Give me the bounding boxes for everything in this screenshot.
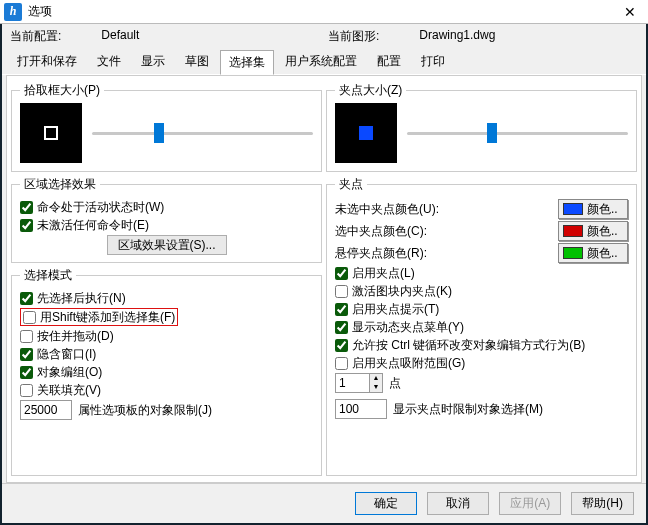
chk-no-cmd-label: 未激活任何命令时(E) [37,217,149,233]
chk-grip-tips-label: 启用夹点提示(T) [352,301,439,317]
limit-input[interactable] [20,400,72,420]
tab-draft[interactable]: 草图 [176,49,218,74]
grip-limit-label: 显示夹点时限制对象选择(M) [393,401,543,418]
limit-label: 属性选项板的对象限制(J) [78,402,212,419]
color-btn-text1: 颜色.. [587,201,618,218]
grip-section-legend: 夹点 [335,176,367,193]
chk-select-first[interactable] [20,292,33,305]
chk-press-drag[interactable] [20,330,33,343]
chk-obj-group[interactable] [20,366,33,379]
snap-range-input[interactable] [335,373,369,393]
chk-implied-win-label: 隐含窗口(I) [37,346,96,362]
gripsize-preview [335,103,397,163]
current-drawing-label: 当前图形: [328,28,379,45]
app-icon: h [4,3,22,21]
chk-shift-add-label: 用Shift键添加到选择集(F) [40,309,175,325]
tab-print[interactable]: 打印 [412,49,454,74]
unsel-color-label: 未选中夹点颜色(U): [335,201,552,218]
chk-assoc-fill[interactable] [20,384,33,397]
help-button[interactable]: 帮助(H) [571,492,634,515]
chk-enable-grips[interactable] [335,267,348,280]
chk-implied-win[interactable] [20,348,33,361]
tab-selection[interactable]: 选择集 [220,50,274,75]
chk-shift-add[interactable] [23,311,36,324]
window-title: 选项 [28,3,52,20]
spin-up[interactable]: ▲ [370,374,382,383]
cancel-button[interactable]: 取消 [427,492,489,515]
ok-button[interactable]: 确定 [355,492,417,515]
grip-limit-input[interactable] [335,399,387,419]
chk-ctrl-cycle[interactable] [335,339,348,352]
chk-press-drag-label: 按住并拖动(D) [37,328,114,344]
snap-range-unit: 点 [389,375,401,392]
chk-grip-snap-label: 启用夹点吸附范围(G) [352,355,465,371]
chk-no-cmd[interactable] [20,219,33,232]
chk-select-first-label: 先选择后执行(N) [37,290,126,306]
chk-block-grips-label: 激活图块内夹点(K) [352,283,452,299]
chk-block-grips[interactable] [335,285,348,298]
current-config-label: 当前配置: [10,28,61,45]
gripsize-slider[interactable] [407,123,628,143]
tab-config[interactable]: 配置 [368,49,410,74]
hover-color-button[interactable]: 颜色.. [558,243,628,263]
pickbox-slider[interactable] [92,123,313,143]
unsel-color-button[interactable]: 颜色.. [558,199,628,219]
select-mode-legend: 选择模式 [20,267,76,284]
gripsize-legend: 夹点大小(Z) [335,82,406,99]
color-btn-text3: 颜色.. [587,245,618,262]
sel-color-button[interactable]: 颜色.. [558,221,628,241]
hover-color-label: 悬停夹点颜色(R): [335,245,552,262]
unsel-swatch [563,203,583,215]
chk-active-cmd[interactable] [20,201,33,214]
sel-swatch [563,225,583,237]
chk-obj-group-label: 对象编组(O) [37,364,102,380]
tab-user-sys[interactable]: 用户系统配置 [276,49,366,74]
color-btn-text2: 颜色.. [587,223,618,240]
region-effect-legend: 区域选择效果 [20,176,100,193]
spin-down[interactable]: ▼ [370,383,382,392]
close-button[interactable]: ✕ [612,4,648,20]
chk-active-cmd-label: 命令处于活动状态时(W) [37,199,164,215]
chk-grip-tips[interactable] [335,303,348,316]
chk-enable-grips-label: 启用夹点(L) [352,265,415,281]
apply-button[interactable]: 应用(A) [499,492,561,515]
current-drawing-value: Drawing1.dwg [419,28,495,45]
tab-file[interactable]: 文件 [88,49,130,74]
chk-ctrl-cycle-label: 允许按 Ctrl 键循环改变对象编辑方式行为(B) [352,337,585,353]
current-config-value: Default [101,28,139,45]
region-settings-button[interactable]: 区域效果设置(S)... [107,235,227,255]
chk-dyn-menu[interactable] [335,321,348,334]
pickbox-legend: 拾取框大小(P) [20,82,104,99]
chk-assoc-fill-label: 关联填充(V) [37,382,101,398]
tab-open-save[interactable]: 打开和保存 [8,49,86,74]
snap-range-spinner[interactable]: ▲▼ [335,373,383,393]
hover-swatch [563,247,583,259]
sel-color-label: 选中夹点颜色(C): [335,223,552,240]
pickbox-preview [20,103,82,163]
chk-dyn-menu-label: 显示动态夹点菜单(Y) [352,319,464,335]
chk-grip-snap[interactable] [335,357,348,370]
tab-display[interactable]: 显示 [132,49,174,74]
